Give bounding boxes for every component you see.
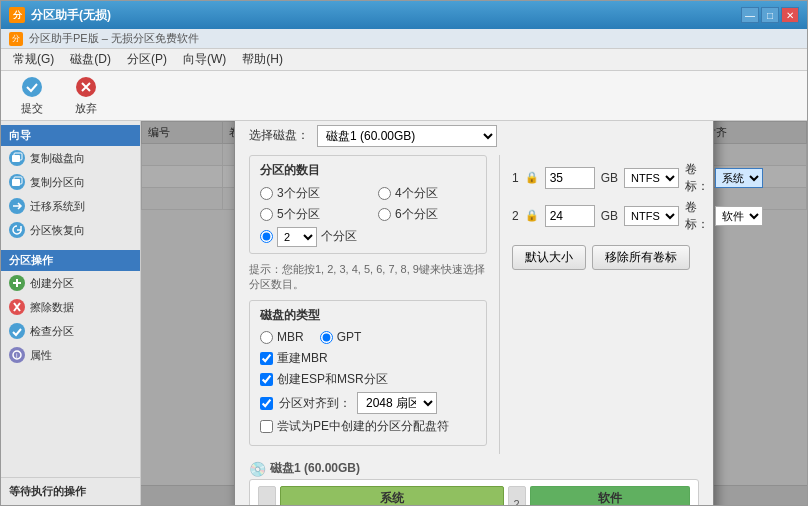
sidebar-label-copy-disk: 复制磁盘向: [30, 151, 85, 166]
radio-input-6[interactable]: [378, 208, 391, 221]
modal-buttons: 默认大小 移除所有卷标: [512, 245, 699, 270]
gpt-label: GPT: [337, 330, 362, 344]
modal-right: 1 🔒 GB NTFS 卷标：: [499, 155, 699, 455]
disk-select-label: 选择磁盘：: [249, 127, 309, 144]
menu-help[interactable]: 帮助(H): [234, 49, 291, 70]
partition-fs-2[interactable]: NTFS: [624, 206, 679, 226]
sidebar-label-check: 检查分区: [30, 324, 74, 339]
sidebar-item-copy-partition[interactable]: 复制分区向: [1, 170, 140, 194]
menu-partition[interactable]: 分区(P): [119, 49, 175, 70]
hint-text: 提示：您能按1, 2, 3, 4, 5, 6, 7, 8, 9键来快速选择分区数…: [249, 262, 487, 293]
checkbox-rebuild-mbr[interactable]: 重建MBR: [260, 350, 476, 367]
pe-label: 尝试为PE中创建的分区分配盘符: [277, 418, 449, 435]
preview-label-row: 💿 磁盘1 (60.00GB): [249, 460, 699, 477]
partition-row-2: 2 🔒 GB NTFS 卷标：: [512, 199, 699, 233]
modal-left: 分区的数目 3个分区 4个分区: [249, 155, 487, 455]
radio-input-4[interactable]: [378, 187, 391, 200]
submit-button[interactable]: 提交: [9, 70, 55, 121]
lock-icon-2: 🔒: [525, 209, 539, 222]
minimize-button[interactable]: —: [741, 7, 759, 23]
partition-size-2[interactable]: [545, 205, 595, 227]
sidebar-item-properties[interactable]: i 属性: [1, 343, 140, 367]
radio-input-custom[interactable]: [260, 230, 273, 243]
custom-label: 个分区: [321, 228, 357, 245]
partition-label-1[interactable]: 系统: [715, 168, 763, 188]
default-size-button[interactable]: 默认大小: [512, 245, 586, 270]
radio-label-6: 6个分区: [395, 206, 438, 223]
ops-section: 分区操作 创建分区 擦除数据 检查分区: [1, 246, 140, 371]
align-row: 分区对齐到： 2048 扇区: [260, 392, 476, 414]
partition-unit-2: GB: [601, 209, 618, 223]
menu-general[interactable]: 常规(G): [5, 49, 62, 70]
partition-num-2-col: 2: [508, 486, 526, 505]
sidebar-item-check[interactable]: 检查分区: [1, 319, 140, 343]
align-label: 分区对齐到：: [279, 395, 351, 412]
menu-disk[interactable]: 磁盘(D): [62, 49, 119, 70]
menu-bar: 常规(G) 磁盘(D) 分区(P) 向导(W) 帮助(H): [1, 49, 807, 71]
menu-wizard[interactable]: 向导(W): [175, 49, 234, 70]
checkbox-create-esp[interactable]: 创建ESP和MSR分区: [260, 371, 476, 388]
submit-icon: [20, 75, 44, 99]
remove-labels-button[interactable]: 移除所有卷标: [592, 245, 690, 270]
lock-icon-1: 🔒: [525, 171, 539, 184]
radio-gpt[interactable]: GPT: [320, 330, 362, 344]
radio-input-mbr[interactable]: [260, 331, 273, 344]
sidebar-item-migrate[interactable]: 迁移系统到: [1, 194, 140, 218]
svg-text:i: i: [16, 352, 18, 359]
radio-label-4: 4个分区: [395, 185, 438, 202]
preview-bar-software: 软件 25.00GB NTFS: [530, 486, 690, 505]
migrate-icon: [9, 198, 25, 214]
modal-dialog: 快速分区神器 – 为装机而生 ✕ 选择磁盘： 磁盘1 (60.00GB): [234, 121, 714, 505]
checkbox-pe[interactable]: 尝试为PE中创建的分区分配盘符: [260, 418, 476, 435]
recovery-icon: [9, 222, 25, 238]
discard-label: 放弃: [75, 101, 97, 116]
subtitle-icon: 分: [9, 32, 23, 46]
sidebar-item-recovery[interactable]: 分区恢复向: [1, 218, 140, 242]
disk-select[interactable]: 磁盘1 (60.00GB): [317, 125, 497, 147]
preview-title: 磁盘1 (60.00GB): [270, 460, 360, 477]
partition-label-text-2: 卷标：: [685, 199, 709, 233]
sidebar-item-copy-disk[interactable]: 复制磁盘向: [1, 146, 140, 170]
partition-unit-1: GB: [601, 171, 618, 185]
radio-6[interactable]: 6个分区: [378, 206, 476, 223]
close-button[interactable]: ✕: [781, 7, 799, 23]
create-icon: [9, 275, 25, 291]
align-checkbox[interactable]: [260, 397, 273, 410]
partition-num-col: [258, 486, 276, 505]
radio-label-5: 5个分区: [277, 206, 320, 223]
partition-fs-1[interactable]: NTFS: [624, 168, 679, 188]
radio-custom[interactable]: 2 个分区: [260, 227, 358, 247]
modal-overlay: 快速分区神器 – 为装机而生 ✕ 选择磁盘： 磁盘1 (60.00GB): [141, 121, 807, 505]
discard-button[interactable]: 放弃: [63, 70, 109, 121]
radio-3[interactable]: 3个分区: [260, 185, 358, 202]
radio-input-gpt[interactable]: [320, 331, 333, 344]
align-select[interactable]: 2048 扇区: [357, 392, 437, 414]
sidebar-item-create[interactable]: 创建分区: [1, 271, 140, 295]
partition-label-text-1: 卷标：: [685, 161, 709, 195]
title-controls: — □ ✕: [741, 7, 799, 23]
radio-5[interactable]: 5个分区: [260, 206, 358, 223]
ops-title: 分区操作: [1, 250, 140, 271]
main-area: 向导 复制磁盘向 复制分区向 迁移系统到: [1, 121, 807, 505]
partition-row-1: 1 🔒 GB NTFS 卷标：: [512, 161, 699, 195]
maximize-button[interactable]: □: [761, 7, 779, 23]
properties-icon: i: [9, 347, 25, 363]
pe-checkbox[interactable]: [260, 420, 273, 433]
rebuild-mbr-checkbox[interactable]: [260, 352, 273, 365]
radio-4[interactable]: 4个分区: [378, 185, 476, 202]
preview-bars-container: 系统 35.00GB NTFS 2 软件 25.00GB NTFS: [249, 479, 699, 505]
app-window: 分 分区助手(无损) — □ ✕ 分 分区助手PE版 – 无损分区免费软件 常规…: [0, 0, 808, 506]
app-title: 分区助手(无损): [31, 7, 111, 24]
partition-label-2[interactable]: 软件: [715, 206, 763, 226]
sidebar-item-erase[interactable]: 擦除数据: [1, 295, 140, 319]
custom-count-select[interactable]: 2: [277, 227, 317, 247]
radio-mbr[interactable]: MBR: [260, 330, 304, 344]
disk-type-title: 磁盘的类型: [260, 307, 476, 324]
radio-input-5[interactable]: [260, 208, 273, 221]
title-bar-left: 分 分区助手(无损): [9, 7, 111, 24]
create-esp-checkbox[interactable]: [260, 373, 273, 386]
disk-select-row: 选择磁盘： 磁盘1 (60.00GB): [249, 125, 699, 147]
partition-size-1[interactable]: [545, 167, 595, 189]
radio-input-3[interactable]: [260, 187, 273, 200]
modal-body: 选择磁盘： 磁盘1 (60.00GB) 分区的数目: [235, 121, 713, 505]
